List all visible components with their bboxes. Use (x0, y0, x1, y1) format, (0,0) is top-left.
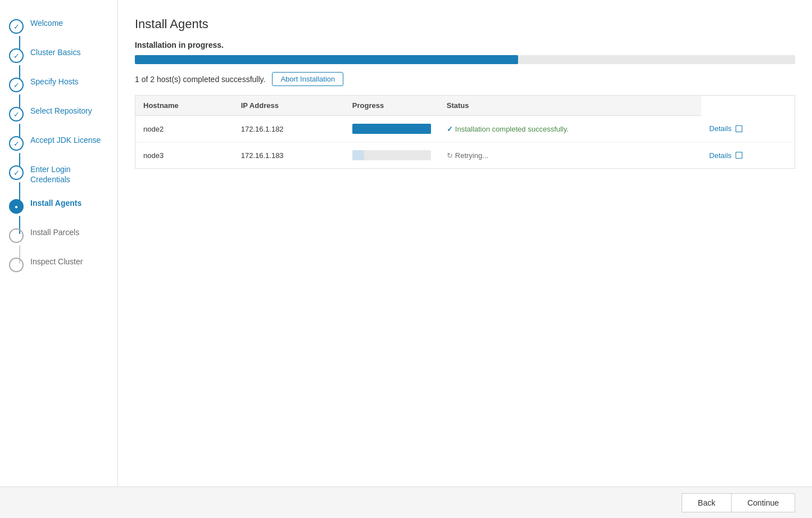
col-ip: IP Address (233, 96, 344, 116)
progress-bg-1 (352, 150, 431, 160)
step-label-select-repository: Select Repository (30, 106, 92, 116)
overall-progress-bar-bg (135, 55, 795, 64)
step-label-install-agents: Install Agents (30, 198, 81, 208)
step-label-enter-login-credentials: Enter Login Credentials (30, 164, 108, 184)
cell-details-0: Details (701, 116, 795, 142)
page-title: Install Agents (135, 17, 795, 31)
continue-button[interactable]: Continue (731, 493, 795, 512)
sidebar-item-install-parcels: Install Parcels (0, 220, 117, 250)
external-link-icon (736, 152, 742, 159)
step-label-inspect-cluster: Inspect Cluster (30, 256, 83, 267)
step-circle-welcome: ✓ (9, 19, 24, 34)
cell-progress-1 (344, 142, 439, 169)
sidebar-item-specify-hosts[interactable]: ✓Specify Hosts (0, 70, 117, 99)
cell-ip-0: 172.16.1.182 (233, 116, 344, 142)
step-label-accept-jdk-license: Accept JDK License (30, 135, 101, 145)
table-header-row: Hostname IP Address Progress Status (135, 96, 795, 116)
sidebar-item-cluster-basics[interactable]: ✓Cluster Basics (0, 40, 117, 70)
footer: Back Continue (0, 487, 812, 518)
step-circle-cluster-basics: ✓ (9, 48, 24, 63)
step-circle-install-agents: ● (9, 199, 24, 214)
details-link-0[interactable]: Details (709, 124, 787, 133)
step-circle-enter-login-credentials: ✓ (9, 165, 24, 180)
abort-installation-button[interactable]: Abort Installation (272, 72, 343, 86)
step-circle-accept-jdk-license: ✓ (9, 136, 24, 151)
progress-fill-1 (352, 150, 364, 160)
sidebar: ✓Welcome✓Cluster Basics✓Specify Hosts✓Se… (0, 0, 118, 487)
back-button[interactable]: Back (682, 493, 731, 512)
hosts-summary: 1 of 2 host(s) completed successfully. A… (135, 72, 795, 86)
hosts-summary-text: 1 of 2 host(s) completed successfully. (135, 75, 265, 84)
step-circle-select-repository: ✓ (9, 107, 24, 121)
step-circle-inspect-cluster (9, 258, 24, 272)
sidebar-item-install-agents[interactable]: ●Install Agents (0, 191, 117, 220)
step-label-specify-hosts: Specify Hosts (30, 76, 79, 87)
retry-icon: ↻ (447, 151, 453, 160)
step-circle-install-parcels (9, 228, 24, 243)
step-circle-specify-hosts: ✓ (9, 78, 24, 92)
status-text-0: ✓ Installation completed successfully. (447, 125, 693, 133)
main-content: Install Agents Installation in progress.… (118, 0, 812, 487)
sidebar-item-select-repository[interactable]: ✓Select Repository (0, 99, 117, 128)
sidebar-item-inspect-cluster: Inspect Cluster (0, 250, 117, 279)
sidebar-item-welcome[interactable]: ✓Welcome (0, 11, 117, 40)
cell-hostname-0: node2 (135, 116, 233, 142)
table-row: node3172.16.1.183↻ Retrying...Details (135, 142, 795, 169)
col-progress: Progress (344, 96, 439, 116)
col-hostname: Hostname (135, 96, 233, 116)
cell-ip-1: 172.16.1.183 (233, 142, 344, 169)
step-label-welcome: Welcome (30, 18, 63, 28)
status-text: Installation in progress. (135, 40, 795, 49)
col-status: Status (439, 96, 701, 116)
cell-details-1: Details (701, 142, 795, 169)
step-label-cluster-basics: Cluster Basics (30, 47, 80, 57)
step-label-install-parcels: Install Parcels (30, 227, 79, 237)
check-icon: ✓ (447, 125, 453, 133)
sidebar-item-accept-jdk-license[interactable]: ✓Accept JDK License (0, 128, 117, 157)
progress-fill-0 (352, 124, 431, 134)
status-text-1: ↻ Retrying... (447, 151, 693, 160)
cell-progress-0 (344, 116, 439, 142)
details-link-1[interactable]: Details (709, 151, 787, 160)
progress-bg-0 (352, 124, 431, 134)
cell-status-1: ↻ Retrying... (439, 142, 701, 169)
external-link-icon (736, 125, 742, 132)
hosts-table: Hostname IP Address Progress Status node… (135, 95, 795, 169)
table-row: node2172.16.1.182✓ Installation complete… (135, 116, 795, 142)
cell-hostname-1: node3 (135, 142, 233, 169)
overall-progress-bar-fill (135, 55, 518, 64)
cell-status-0: ✓ Installation completed successfully. (439, 116, 701, 142)
sidebar-item-enter-login-credentials[interactable]: ✓Enter Login Credentials (0, 157, 117, 191)
